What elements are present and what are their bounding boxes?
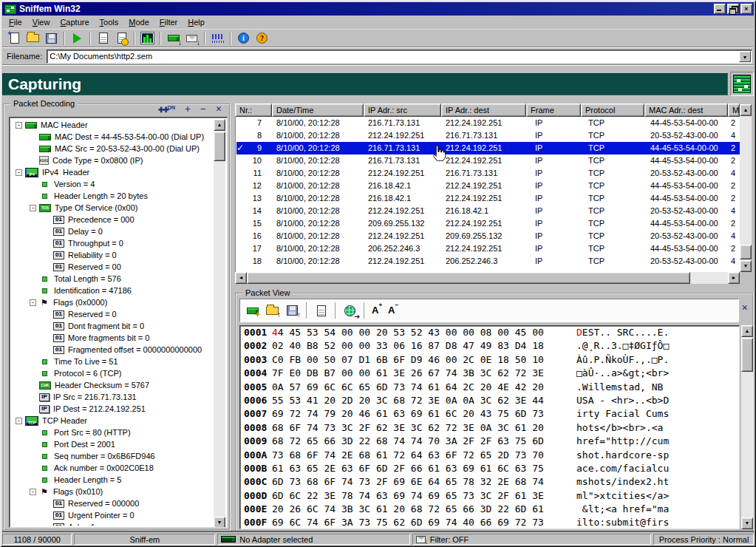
minimize-button[interactable]	[714, 4, 726, 14]
tree-item[interactable]: Seq number = 0x6B6FD946	[11, 450, 214, 462]
tree-scrollbar[interactable]: ▲▼	[214, 119, 225, 528]
close-panel-icon[interactable]: ×	[216, 105, 222, 114]
new-packet-button[interactable]: ✦	[243, 302, 262, 319]
column-header[interactable]: Protocol	[581, 103, 644, 117]
font-increase-button[interactable]: A+	[370, 305, 384, 316]
scroll-thumb[interactable]	[247, 272, 690, 284]
menu-capture[interactable]: Capture	[55, 16, 94, 28]
scroll-down-arrow[interactable]: ▼	[741, 517, 753, 529]
packet-list-vscrollbar[interactable]: ▲▼	[740, 104, 752, 272]
menu-view[interactable]: View	[27, 16, 55, 28]
save-file-button[interactable]	[42, 30, 61, 47]
tree-item[interactable]: 01Reserved = 0	[11, 308, 214, 320]
tree-item[interactable]: 0101Code Type = 0x0800 (IP)	[11, 154, 214, 166]
collapse-expander[interactable]: -	[30, 299, 36, 306]
tree-item[interactable]: 01Urgent Pointer = 0	[11, 509, 214, 521]
dropdown-arrow-icon[interactable]: ▼	[739, 51, 751, 62]
decode-toggle-icon[interactable]: ✚✚ON	[158, 105, 175, 114]
column-header[interactable]: IP Adr.: src	[364, 103, 441, 117]
report-button[interactable]	[94, 30, 112, 47]
start-capture-button[interactable]	[68, 30, 86, 47]
packet-row[interactable]: 118/10/00, 20:12:28212.24.192.251216.71.…	[236, 167, 740, 180]
tree-item[interactable]: Time To Live = 51	[11, 356, 214, 367]
tree-item[interactable]: -⚑Flags (0x010)	[11, 486, 214, 497]
scroll-left-arrow[interactable]: ◄	[235, 272, 247, 284]
tree-item[interactable]: 01Delay = 0	[11, 225, 214, 237]
column-header[interactable]: MAC Adr.: dest	[644, 103, 728, 117]
close-button[interactable]: ×	[740, 4, 752, 14]
packet-row[interactable]: 188/10/00, 20:12:28212.24.192.251206.252…	[236, 255, 740, 268]
tree-item[interactable]: -TOSType Of Service (0x00)	[11, 202, 214, 214]
tree-item[interactable]: 01Fragmented offset = 0000000000000	[11, 344, 214, 356]
filename-combobox[interactable]: C:\My Documents\http2.sem ▼	[47, 50, 752, 64]
info-button[interactable]: i	[234, 30, 253, 47]
packet-row[interactable]: 88/10/00, 20:12:28212.24.192.251216.71.7…	[236, 129, 740, 142]
tree-item[interactable]: Port Dest = 2001	[11, 438, 214, 450]
send-mail-button[interactable]: ↓	[183, 30, 201, 47]
tree-item[interactable]: -TCPTCP Header	[11, 415, 214, 427]
decode-button[interactable]	[208, 30, 227, 47]
packet-row[interactable]: 178/10/00, 20:12:28206.252.246.3212.24.1…	[236, 242, 740, 255]
tree-item[interactable]: Protocol = 6 (TCP)	[11, 367, 214, 379]
tree-item[interactable]: -⚑Flags (0x0000)	[11, 296, 214, 308]
scroll-down-arrow[interactable]: ▼	[740, 260, 752, 272]
tree-item[interactable]: Ack number = 0x002C0E18	[11, 462, 214, 474]
tree-item[interactable]: 01Ack = 1	[11, 521, 214, 526]
new-file-button[interactable]	[5, 30, 24, 47]
expand-all-icon[interactable]: +	[185, 105, 191, 114]
collapse-expander[interactable]: -	[16, 169, 22, 176]
column-header[interactable]: Nr.:	[235, 103, 272, 117]
tree-item[interactable]: CHKHeader Checksum = 5767	[11, 379, 214, 391]
restore-button[interactable]	[727, 4, 739, 14]
tree-item[interactable]: IPIP Dest = 212.24.192.251	[11, 403, 214, 415]
packet-row[interactable]: 168/10/00, 20:12:28212.24.192.251209.69.…	[236, 230, 740, 242]
menu-file[interactable]: File	[4, 16, 27, 28]
scroll-right-arrow[interactable]: ►	[728, 272, 740, 284]
menu-help[interactable]: Help	[183, 16, 210, 28]
column-header[interactable]: IP Adr.: dest	[441, 103, 526, 117]
save-packet-button[interactable]: ↑	[283, 302, 302, 319]
hex-scrollbar[interactable]: ▲▼	[741, 325, 753, 529]
help-button[interactable]: ?	[253, 30, 271, 47]
tree-item[interactable]: 01Throughput = 0	[11, 237, 214, 249]
tree-item[interactable]: MAC Src = 20-53-52-43-00-00 (Dial UP)	[11, 143, 214, 154]
tree-item[interactable]: -IP4IPv4 Header	[11, 166, 214, 178]
font-decrease-button[interactable]: A−	[386, 305, 401, 316]
packet-row[interactable]: 148/10/00, 20:12:28212.24.192.251216.18.…	[236, 205, 740, 217]
collapse-all-icon[interactable]: −	[200, 105, 206, 114]
tree-item[interactable]: 01More fragments bit = 0	[11, 332, 214, 344]
tree-item[interactable]: MAC Dest = 44-45-53-54-00-00 (Dial UP)	[11, 131, 214, 143]
open-packet-button[interactable]: ↑	[263, 302, 282, 319]
collapse-expander[interactable]: -	[16, 418, 22, 424]
collapse-expander[interactable]: -	[30, 205, 36, 211]
packet-row[interactable]: 98/10/00, 20:12:28216.71.73.131212.24.19…	[236, 142, 740, 154]
scroll-thumb[interactable]	[740, 245, 752, 259]
scroll-down-arrow[interactable]: ▼	[214, 517, 225, 528]
capture-options-button[interactable]	[112, 30, 131, 47]
column-header[interactable]: M	[728, 103, 740, 117]
scroll-track[interactable]	[740, 116, 752, 260]
close-packet-view-icon[interactable]: ×	[741, 303, 748, 312]
scroll-up-arrow[interactable]: ▲	[214, 119, 225, 131]
tree-item[interactable]: Total Length = 576	[11, 273, 214, 285]
tree-item[interactable]: IPIP Src = 216.71.73.131	[11, 391, 214, 403]
tree-item[interactable]: 01Precedence = 000	[11, 214, 214, 225]
tree-item[interactable]: 01Reliability = 0	[11, 249, 214, 261]
packet-row[interactable]: 138/10/00, 20:12:28216.18.42.1212.24.192…	[236, 192, 740, 205]
scroll-up-arrow[interactable]: ▲	[741, 325, 753, 337]
packet-row[interactable]: 108/10/00, 20:12:28216.71.73.131212.24.1…	[236, 154, 740, 167]
statistics-button[interactable]	[138, 30, 157, 47]
list-view-button[interactable]	[312, 302, 330, 319]
open-file-button[interactable]	[24, 30, 42, 47]
scroll-up-arrow[interactable]: ▲	[740, 104, 752, 116]
tree-item[interactable]: Port Src = 80 (HTTP)	[11, 427, 214, 438]
adapter-download-button[interactable]: ↓	[164, 30, 183, 47]
packet-row[interactable]: 158/10/00, 20:12:28209.69.255.132212.24.…	[236, 217, 740, 230]
tree-item[interactable]: 01Reserved = 00	[11, 261, 214, 273]
packet-row[interactable]: 78/10/00, 20:12:28216.71.73.131212.24.19…	[236, 117, 740, 129]
scroll-thumb[interactable]	[741, 338, 753, 372]
tree-item[interactable]: Identification = 47186	[11, 285, 214, 296]
menu-mode[interactable]: Mode	[123, 16, 154, 28]
tree-item[interactable]: Header Length = 5	[11, 474, 214, 486]
title-bar[interactable]: Sniffem Win32 ×	[2, 2, 754, 16]
